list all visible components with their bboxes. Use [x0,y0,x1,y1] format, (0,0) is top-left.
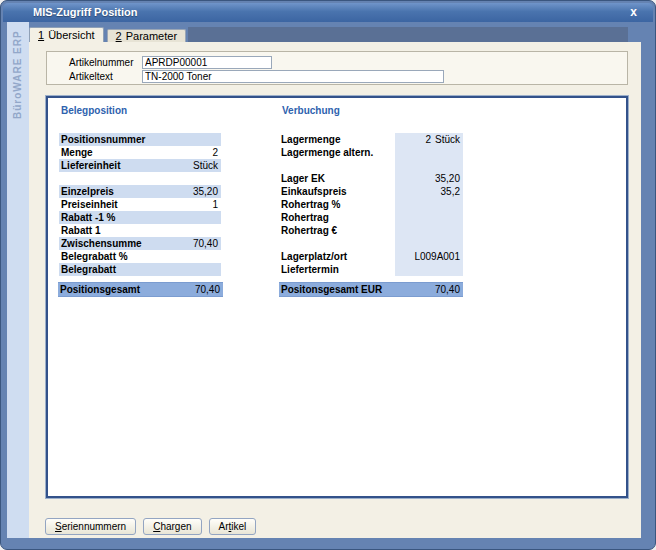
table-row: Belegrabatt % [59,250,221,263]
button-accel: S [55,521,62,532]
row-value: 35,20 [193,186,221,197]
button-text: hargen [160,521,191,532]
table-row: Einkaufspreis35,2 [281,185,463,198]
row-label: Einkaufspreis [281,186,391,197]
table-row: Einzelpreis35,20 [59,185,221,198]
table-row: Zwischensumme70,40 [59,237,221,250]
close-icon[interactable]: x [630,5,637,19]
belegposition-rows: PositionsnummerMenge2LiefereinheitStückE… [59,133,221,276]
row-label: Menge [59,147,212,158]
section-title-verbuchung: Verbuchung [282,105,340,116]
tab-bar: 1 Übersicht 2 Parameter [29,27,628,42]
position-detail-panel: Belegposition Verbuchung Positionsnummer… [46,96,628,498]
table-row: Rohertrag [281,211,463,224]
section-title-belegposition: Belegposition [61,105,127,116]
row-value-cell: 2Stück [395,133,463,146]
row-label: Positionsnummer [59,134,218,145]
app-window: MIS-Zugriff Position x BüroWARE ERP 1 Üb… [0,0,656,550]
row-value: Stück [193,160,221,171]
row-label: Lagerplatz/ort [281,251,391,262]
artikeltext-label: Artikeltext [69,71,142,82]
row-label: Rabatt -1 % [59,212,218,223]
table-row [281,159,463,172]
window-title: MIS-Zugriff Position [33,6,137,18]
table-row: Lagerplatz/ortL009A001 [281,250,463,263]
table-row: Lagermenge altern. [281,146,463,159]
row-label: Lager EK [281,173,391,184]
page-uebersicht: Artikelnummer Artikeltext Belegposition … [29,42,641,538]
button-text: eriennummern [62,521,126,532]
total-label: Positionsgesamt [58,284,195,295]
table-row: Lager EK35,20 [281,172,463,185]
table-row: Liefertermin [281,263,463,276]
table-row: Positionsnummer [59,133,221,146]
table-row: Lagermenge2Stück [281,133,463,146]
row-label: Liefertermin [281,264,391,275]
verbuchung-rows: Lagermenge2StückLagermenge altern.Lager … [281,133,463,276]
table-row [59,172,221,185]
row-value: 2 [212,147,221,158]
brand-sidebar: BüroWARE ERP [7,22,29,538]
button-text: Ar [219,521,229,532]
row-value-cell: L009A001 [395,250,463,263]
button-bar: Seriennummern Chargen Artikel [45,518,256,535]
tab-label: Übersicht [48,29,94,41]
tab-parameter[interactable]: 2 Parameter [107,29,186,42]
tab-number: 2 [116,30,122,42]
row-label: Zwischensumme [59,238,193,249]
row-value: 35,2 [395,186,460,197]
row-value-cell [395,159,463,172]
table-row: Rohertrag € [281,224,463,237]
table-row: Preiseinheit1 [59,198,221,211]
row-value-cell [395,211,463,224]
tab-label: Parameter [126,30,177,42]
tab-number: 1 [38,29,44,41]
artikeltext-input[interactable] [142,70,444,83]
row-label: Rohertrag € [281,225,391,236]
row-unit: Stück [431,134,460,145]
artikel-button[interactable]: Artikel [209,518,257,535]
row-value: 1 [212,199,221,210]
row-value: 2 [395,134,431,145]
total-value: 70,40 [435,284,463,295]
row-value-cell: 35,20 [395,172,463,185]
row-value-cell [395,263,463,276]
artikelnummer-label: Artikelnummer [69,57,142,68]
row-label: Lagermenge [281,134,391,145]
row-value: 70,40 [193,238,221,249]
table-row: Rohertrag % [281,198,463,211]
field-row: Artikeltext [69,69,627,83]
title-bar: MIS-Zugriff Position x [3,3,653,22]
artikelnummer-input[interactable] [142,56,272,69]
row-value: 35,20 [395,173,460,184]
row-label: Liefereinheit [59,160,193,171]
row-label: Preiseinheit [59,199,212,210]
row-label: Rohertrag [281,212,391,223]
row-value: L009A001 [395,251,460,262]
total-label: Positonsgesamt EUR [279,284,435,295]
row-label: Lagermenge altern. [281,147,391,158]
tab-strip-filler [188,27,628,42]
chargen-button[interactable]: Chargen [143,518,201,535]
row-label: Einzelpreis [59,186,193,197]
field-row: Artikelnummer [69,55,627,69]
row-label: Rohertrag % [281,199,391,210]
positionsgesamt-row: Positionsgesamt 70,40 [58,282,223,297]
table-row [281,237,463,250]
tab-uebersicht[interactable]: 1 Übersicht [29,27,104,42]
row-value-cell: 35,2 [395,185,463,198]
seriennummern-button[interactable]: Seriennummern [45,518,136,535]
table-row: Menge2 [59,146,221,159]
row-value-cell [395,237,463,250]
row-label: Rabatt 1 [59,225,218,236]
table-row: LiefereinheitStück [59,159,221,172]
row-value-cell [395,198,463,211]
row-value-cell [395,224,463,237]
positionsgesamt-eur-row: Positonsgesamt EUR 70,40 [279,282,463,297]
total-value: 70,40 [195,284,223,295]
brand-text: BüroWARE ERP [12,30,23,119]
row-label: Belegrabatt [59,264,218,275]
article-fields-panel: Artikelnummer Artikeltext [46,51,628,85]
row-value-cell [395,146,463,159]
row-label: Belegrabatt % [59,251,218,262]
